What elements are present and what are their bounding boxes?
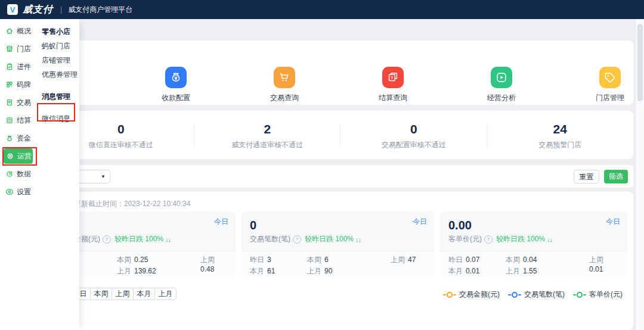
history-cell: 昨日0.07 [448,255,506,264]
calculator-icon [5,116,14,124]
sidebar-item-label: 进件 [17,62,31,72]
submenu-group-title-message: 消息管理 [42,92,79,101]
stat-value: 2 [194,122,341,136]
clipboard-icon [5,63,14,71]
submenu-item-coupon-management[interactable]: 优惠券管理 [42,70,79,79]
store-icon [5,45,14,53]
reset-button[interactable]: 重置 [574,170,599,183]
sidebar-item-label: 数据 [17,169,31,179]
sidebar-item-settings[interactable]: 设置 [0,183,36,201]
history-cell: 本周6 [307,255,391,264]
filter-bar: ▼ 重置 筛选 [48,165,633,188]
cart-icon [274,67,295,88]
stat-label: 威支付通道审核不通过 [194,140,341,150]
money-bag-icon [5,134,14,142]
filter-button[interactable]: 筛选 [604,170,628,183]
sidebar-item-label: 结算 [17,116,31,126]
legend-average-ticket[interactable]: 客单价(元) [573,289,623,300]
svg-text:?: ? [391,76,393,80]
time-filter-this-month[interactable]: 本月 [133,288,155,300]
time-filter-this-week[interactable]: 本周 [90,288,112,300]
shortcut-label: 收款配置 [149,93,203,103]
stat-transaction-config-audit[interactable]: 0 交易配置审核不通过 [340,111,487,159]
submenu-item-shop-management[interactable]: 店铺管理 [42,55,79,65]
legend-marker-icon [508,292,521,298]
time-filter-last-month[interactable]: 上月 [154,288,177,300]
metric-card-top: 今日 0 交易笔数(笔) ? 较昨日跌 100% ↓↓ [242,211,434,251]
time-filter-last-week[interactable]: 上周 [112,288,134,300]
help-icon[interactable]: ? [103,235,111,244]
legend-label: 客单价(元) [589,289,623,300]
legend-transaction-count[interactable]: 交易笔数(笔) [508,289,565,300]
sidebar-item-label: 概况 [17,26,31,36]
trend-down-arrows-icon: ↓↓ [355,236,361,243]
sidebar: 概况 门店 进件 码牌 交易 结算 资金 运营 [0,19,36,330]
time-filter-group: 昨日 本周 上周 本月 上月 [69,288,177,300]
logo-text: 威支付 [23,4,53,16]
shortcut-label: 经营分析 [475,93,528,103]
payment-config-icon [165,67,187,88]
settlement-docs-icon: ? [382,67,404,88]
metric-value: 0 [250,218,426,232]
history-cell [391,266,426,276]
sidebar-item-transactions[interactable]: 交易 [0,94,36,111]
legend-label: 交易笔数(笔) [524,289,565,300]
history-cell: 上月90 [307,266,391,276]
metric-card-top: 今日 0.00 客单价(元) ? 较昨日跌 100% ↓↓ [440,211,627,251]
logo-badge-icon: V [7,4,18,15]
scrollbar-track[interactable] [635,19,644,330]
submenu-item-ant-store[interactable]: 蚂蚁门店 [42,41,79,51]
play-icon [491,67,512,88]
shortcut-store-management[interactable]: 门店管理 [583,67,637,103]
shortcut-payment-config[interactable]: 收款配置 [149,67,203,103]
history-cell: 上周47 [391,255,426,264]
app-logo[interactable]: V 威支付 [7,4,53,16]
history-cell: 上周0.01 [589,255,619,264]
history-cell [589,266,619,276]
sidebar-item-label: 交易 [17,98,31,108]
submenu-item-wechat-message[interactable]: 微信消息 [42,114,79,123]
history-cell: 本月0.01 [448,266,506,276]
sidebar-item-funds[interactable]: 资金 [0,129,36,147]
shortcut-transaction-query[interactable]: 交易查询 [258,67,311,103]
stat-transaction-warning-stores[interactable]: 24 交易预警门店 [487,111,634,159]
submenu-group-title-retail: 零售小店 [42,27,79,36]
scrollbar-thumb[interactable] [637,24,643,101]
sidebar-item-overview[interactable]: 概况 [0,22,36,40]
metric-value: 0.00 [448,218,619,232]
stat-weipay-channel-audit[interactable]: 2 威支付通道审核不通过 [194,111,341,159]
history-cell [200,266,227,276]
history-cell: 本周0.25 [117,255,200,264]
today-link[interactable]: 今日 [606,217,620,227]
stat-value: 0 [340,122,487,136]
metric-card-transaction-count: 今日 0 交易笔数(笔) ? 较昨日跌 100% ↓↓ 昨日3 本周6 上周47… [242,211,434,277]
trend-text: 较昨日跌 100% [114,234,163,244]
today-link[interactable]: 今日 [214,217,228,227]
sidebar-item-onboarding[interactable]: 进件 [0,58,36,76]
metric-value [60,218,227,232]
trend-down-arrows-icon: ↓↓ [165,236,171,243]
gear-icon [5,188,14,196]
shortcut-label: 交易查询 [258,93,311,103]
today-link[interactable]: 今日 [413,217,427,227]
help-icon[interactable]: ? [484,235,493,244]
chart-legend: 交易金额(元) 交易笔数(笔) 客单价(元) [435,289,623,300]
sidebar-item-data[interactable]: 数据 [0,165,36,183]
document-icon [5,98,14,107]
help-icon[interactable]: ? [293,235,301,244]
tag-icon [599,67,621,88]
sidebar-item-qr-codes[interactable]: 码牌 [0,76,36,94]
stat-label: 交易预警门店 [487,140,634,150]
metric-card-average-ticket: 今日 0.00 客单价(元) ? 较昨日跌 100% ↓↓ 昨日0.07 本周0… [440,211,627,277]
sidebar-item-settlement[interactable]: 结算 [0,111,36,129]
legend-transaction-amount[interactable]: 交易金额(元) [443,289,500,300]
shortcut-label: 门店管理 [583,93,637,103]
top-header: V 威支付 | 威支付商户管理平台 [0,0,644,19]
history-cell: 本周0.04 [506,255,589,264]
shortcut-settlement-query[interactable]: ? 结算查询 [366,67,420,103]
sidebar-item-stores[interactable]: 门店 [0,40,36,58]
sidebar-item-label: 资金 [17,133,31,144]
history-cell: 上周0.48 [200,255,227,264]
sidebar-item-operations[interactable]: 运营 [4,148,33,164]
shortcut-business-analysis[interactable]: 经营分析 [475,67,528,103]
